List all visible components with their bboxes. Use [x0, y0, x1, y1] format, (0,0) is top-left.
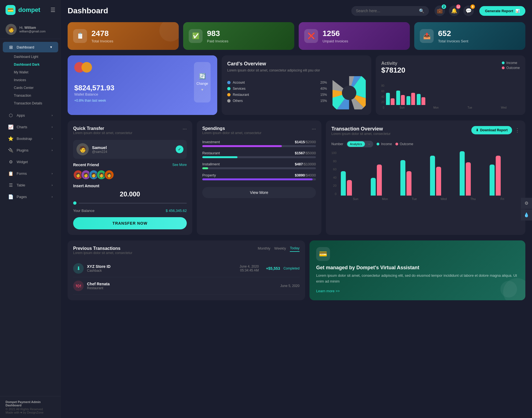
bar-group — [406, 93, 415, 105]
overview-title: Card's Overview — [227, 61, 366, 67]
sidebar-item-label: Apps — [17, 113, 25, 117]
message-badge: 8 — [470, 4, 475, 9]
float-settings-button[interactable]: ⚙ — [521, 198, 532, 209]
sub-item-transaction[interactable]: Transaction — [8, 92, 61, 99]
total-sent-label: Total Invoices Sent — [438, 39, 468, 43]
sidebar-item-table[interactable]: ☰ Table › — [3, 180, 58, 190]
invoice-icon: 📋 — [73, 29, 87, 43]
mc-orange-circle — [81, 62, 92, 73]
analytics-on[interactable]: Analytics — [347, 141, 365, 147]
change-label: Change — [196, 82, 208, 86]
chevron-right-icon: › — [52, 125, 53, 129]
sidebar-item-charts[interactable]: 📈 Charts › — [3, 122, 58, 132]
wallet-change-button[interactable]: 🔄 Change ▼ — [194, 62, 211, 102]
income-tx-dot — [377, 143, 379, 145]
sidebar-item-apps[interactable]: ⬡ Apps › — [3, 110, 58, 120]
others-label: Others — [233, 99, 243, 103]
sidebar-item-label: Table — [17, 183, 25, 187]
sidebar-item-label: Plugins — [17, 148, 29, 152]
main-content: Dashboard 🔍 💼 2 🔔 12 💬 8 Generate Report… — [61, 0, 532, 418]
legend-restaurant: Restaurant 15% — [227, 93, 327, 97]
spendings-more-icon[interactable]: ··· — [312, 126, 316, 132]
briefcase-button[interactable]: 💼 2 — [434, 6, 445, 16]
tx-income-bar — [430, 156, 435, 196]
tx-more-icon[interactable]: ⋮ — [515, 127, 520, 133]
tx-bar-chart — [338, 151, 520, 196]
search-input[interactable] — [356, 9, 416, 13]
activity-legend: Income Outcome — [502, 61, 520, 70]
sub-item-light[interactable]: Dashboard Light — [8, 53, 61, 61]
transfer-user-handle: @sam224 — [92, 150, 107, 154]
spending-item: Installment $487/$10000 — [202, 162, 316, 169]
greeting: Hi, William — [19, 26, 45, 30]
transfer-now-button[interactable]: TRANSFER NOW — [73, 217, 187, 229]
transfer-user-name: Samuel — [92, 145, 107, 150]
sidebar-footer: Dompet Payment Admin Dashboard © 2021 Al… — [0, 396, 61, 418]
bar-chart — [386, 83, 520, 105]
sidebar-item-dashboard[interactable]: ⊞ Dashboard ▼ — [3, 42, 58, 52]
sidebar-item-plugins[interactable]: 🔌 Plugins › — [3, 145, 58, 155]
recent-friends-row: Recent Friend See More — [73, 163, 187, 167]
sidebar-item-bootstrap[interactable]: ⭐ Bootstrap › — [3, 133, 58, 144]
bell-button[interactable]: 🔔 12 — [449, 6, 459, 16]
chevron-right-icon: › — [52, 172, 53, 175]
tx-title-block: Transaction Overview Lorem ipsum dolor s… — [331, 126, 390, 140]
tab-weekly[interactable]: Weekly — [274, 246, 286, 252]
number-legend: Number — [331, 142, 343, 146]
sidebar-item-forms[interactable]: 📋 Forms › — [3, 168, 58, 179]
restaurant-label: Restaurant — [233, 93, 249, 97]
insert-amount-label: Insert Amount — [73, 184, 187, 188]
tx-desc: Lorem ipsum dolor sit amet, consectetur — [331, 132, 390, 136]
header-icons: 💼 2 🔔 12 💬 8 — [434, 6, 474, 16]
check-icon: ✓ — [176, 145, 183, 153]
account-dot — [227, 81, 231, 84]
user-email: william@gmail.com — [19, 30, 45, 33]
spending-total: /$10000 — [303, 162, 316, 166]
download-report-button[interactable]: ⬇ Download Report — [471, 126, 512, 134]
tab-today[interactable]: Today — [290, 246, 300, 252]
sidebar-item-label: Dashboard — [17, 45, 34, 49]
bar-group — [386, 93, 395, 105]
sub-item-dark[interactable]: Dashboard Dark — [8, 61, 61, 68]
sub-item-wallet[interactable]: My Wallet — [8, 68, 61, 76]
income-bar — [417, 94, 421, 105]
wallet-change: +0.8% than last week — [74, 99, 190, 102]
see-more-button[interactable]: See More — [172, 163, 187, 167]
sidebar-item-widget[interactable]: ⚙ Widget — [3, 157, 58, 167]
logo-icon: 💳 — [6, 5, 16, 15]
sub-item-cards[interactable]: Cards Center — [8, 84, 61, 92]
progress-bar — [202, 167, 316, 169]
hamburger-icon[interactable]: ☰ — [50, 7, 55, 13]
message-button[interactable]: 💬 8 — [463, 6, 474, 16]
plugins-icon: 🔌 — [8, 148, 13, 153]
stat-card-total-invoices: 📋 2478 Total Invoices — [68, 22, 179, 50]
analytics-off[interactable]: ● — [365, 141, 373, 147]
tx-income-bar — [460, 151, 465, 196]
search-icon: 🔍 — [419, 8, 424, 14]
tab-monthly[interactable]: Monthly — [258, 246, 270, 252]
generate-report-button[interactable]: Generate Report 📊 — [479, 6, 525, 16]
income-dot — [502, 61, 505, 64]
spending-item: Investment $1415/$2000 — [202, 140, 316, 147]
view-more-button[interactable]: View More — [202, 187, 316, 198]
footer-made: Made with ♥ by DesignZone — [6, 411, 55, 414]
sub-item-transaction-details[interactable]: Transaction Details — [8, 99, 61, 107]
day-label-mon: Mon — [432, 106, 440, 109]
range-bar[interactable] — [79, 203, 187, 204]
more-options-icon[interactable]: ··· — [183, 126, 187, 132]
transfer-title: Quick Transfer — [73, 126, 132, 131]
overview-legend: Account 20% Services 40% Restaurant 15% — [227, 81, 327, 105]
chevron-right-icon: › — [52, 148, 53, 152]
chevron-right-icon: › — [52, 183, 53, 187]
transfer-avatar: 🧑 — [76, 143, 89, 155]
float-drop-button[interactable]: 💧 — [521, 209, 532, 220]
widget-icon: ⚙ — [8, 159, 13, 164]
sidebar-item-pages[interactable]: 📄 Pages › — [3, 191, 58, 202]
legend-others: Others 15% — [227, 99, 327, 103]
chevron-right-icon: › — [52, 195, 53, 198]
sidebar-logo: 💳 dompet ☰ — [0, 0, 61, 20]
total-invoices-label: Total Invoices — [91, 39, 113, 43]
va-learn-more-button[interactable]: Learn more >> — [316, 289, 340, 293]
stat-card-paid-invoices: ✅ 983 Paid Invoices — [183, 22, 294, 50]
sub-item-invoices[interactable]: Invoices — [8, 76, 61, 84]
